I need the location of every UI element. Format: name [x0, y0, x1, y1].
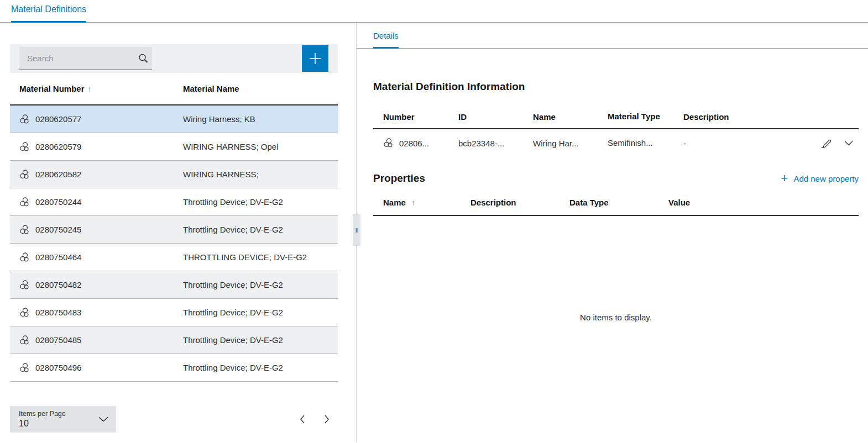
material-icon — [19, 307, 30, 318]
info-row-material-type: Semifinish... — [598, 137, 673, 150]
material-name: Wiring Harness; KB — [183, 114, 338, 124]
info-row-description: - — [673, 139, 808, 148]
material-name: Throttling Device; DV-E-G2 — [183, 335, 338, 345]
material-icon — [19, 224, 30, 235]
table-row[interactable]: 0280750485Throttling Device; DV-E-G2 — [10, 326, 338, 354]
panel-resize-handle[interactable]: ‖ — [353, 214, 360, 246]
main-split: Material Number ↑ Material Name 02806205… — [0, 23, 868, 442]
column-header-property-value: Value — [668, 198, 859, 207]
material-name: WIRING HARNESS; Opel — [183, 142, 338, 151]
materials-table-header: Material Number ↑ Material Name — [10, 73, 338, 106]
tab-details-label: Details — [373, 31, 399, 40]
add-material-button[interactable] — [302, 45, 328, 72]
details-tab-bar: Details — [357, 23, 868, 49]
material-number: 0280620582 — [35, 170, 81, 179]
column-header-material-type: Material Type — [598, 110, 673, 123]
properties-empty-message: No items to display. — [373, 313, 859, 322]
table-row[interactable]: 0280750483Throttling Device; DV-E-G2 — [10, 299, 338, 326]
column-header-property-description: Description — [470, 198, 569, 207]
tab-details[interactable]: Details — [373, 23, 399, 49]
material-icon — [383, 138, 394, 149]
items-per-page-label: Items per Page — [19, 410, 66, 419]
table-row[interactable]: 0280750496Throttling Device; DV-E-G2 — [10, 354, 338, 382]
table-row[interactable]: 0280750245Throttling Device; DV-E-G2 — [10, 216, 338, 244]
material-icon — [19, 141, 30, 152]
material-number: 0280750485 — [35, 335, 81, 345]
column-header-name: Name — [523, 112, 598, 122]
materials-table: Material Number ↑ Material Name 02806205… — [10, 73, 338, 382]
column-header-id: ID — [448, 112, 523, 122]
material-name: Throttling Device; DV-E-G2 — [183, 225, 338, 234]
info-table-header: Number ID Name Material Type Description — [373, 105, 859, 129]
material-icon — [19, 335, 30, 346]
table-row[interactable]: 0280620577Wiring Harness; KB — [10, 106, 338, 133]
search-box[interactable] — [19, 47, 152, 70]
table-row[interactable]: 0280750244Throttling Device; DV-E-G2 — [10, 188, 338, 216]
column-header-property-data-type: Data Type — [569, 198, 668, 207]
add-new-property-label: Add new property — [793, 174, 859, 183]
info-row-number: 02806... — [399, 139, 429, 148]
list-toolbar — [10, 44, 338, 73]
material-number: 0280750244 — [35, 197, 81, 207]
next-page-button[interactable] — [322, 413, 331, 425]
material-number: 0280620579 — [35, 142, 81, 151]
edit-button[interactable] — [820, 138, 832, 149]
expand-row-chevron-icon[interactable] — [844, 140, 853, 146]
material-name: Throttling Device; DV-E-G2 — [183, 197, 338, 207]
properties-header: Properties + Add new property — [373, 172, 859, 184]
material-icon — [19, 252, 30, 263]
info-row-name: Wiring Har... — [523, 139, 598, 148]
info-row-id: bcb23348-... — [448, 139, 523, 148]
material-icon — [19, 362, 30, 373]
sort-ascending-icon: ↑ — [411, 198, 415, 207]
property-name-header-label: Name — [383, 198, 406, 207]
previous-page-button[interactable] — [298, 413, 307, 425]
material-icon — [19, 114, 30, 125]
material-name: WIRING HARNESS; — [183, 170, 338, 179]
material-icon — [19, 279, 30, 291]
details-content: Material Definition Information Number I… — [357, 81, 868, 322]
tab-material-definitions-label: Material Definitions — [11, 4, 86, 14]
table-row[interactable]: 0280620582WIRING HARNESS; — [10, 161, 338, 188]
add-new-property-button[interactable]: + Add new property — [781, 172, 859, 184]
tab-material-definitions[interactable]: Material Definitions — [11, 0, 86, 23]
column-header-material-number[interactable]: Material Number ↑ — [10, 84, 183, 93]
material-number: 0280750245 — [35, 225, 81, 234]
column-header-property-name[interactable]: Name ↑ — [373, 198, 470, 207]
table-row[interactable]: 0280750464THROTTLING DEVICE; DV-E-G2 — [10, 244, 338, 271]
paginator — [298, 413, 331, 425]
info-table-row[interactable]: 02806... bcb23348-... Wiring Har... Semi… — [373, 129, 859, 157]
material-number: 0280750496 — [35, 363, 81, 372]
material-name: THROTTLING DEVICE; DV-E-G2 — [183, 252, 338, 262]
details-panel: Details Material Definition Information … — [357, 23, 868, 442]
properties-section-title: Properties — [373, 172, 425, 184]
material-name: Throttling Device; DV-E-G2 — [183, 280, 338, 289]
material-number: 0280620577 — [35, 114, 81, 124]
material-name: Throttling Device; DV-E-G2 — [183, 308, 338, 317]
chevron-down-icon — [98, 416, 108, 422]
sort-ascending-icon: ↑ — [88, 85, 92, 93]
plus-icon: + — [781, 172, 788, 184]
column-header-description: Description — [673, 112, 808, 122]
material-name-header-label: Material Name — [183, 84, 239, 93]
table-row[interactable]: 0280620579WIRING HARNESS; Opel — [10, 133, 338, 161]
materials-list-panel: Material Number ↑ Material Name 02806205… — [0, 23, 357, 442]
list-footer: Items per Page 10 — [10, 406, 338, 433]
search-input[interactable] — [27, 54, 137, 63]
active-tab-underline — [373, 47, 399, 49]
material-number-header-label: Material Number — [19, 84, 85, 93]
table-row[interactable]: 0280750482Throttling Device; DV-E-G2 — [10, 271, 338, 299]
material-number: 0280750464 — [35, 252, 81, 262]
column-header-number: Number — [373, 112, 448, 122]
items-per-page-value: 10 — [19, 418, 66, 429]
material-name: Throttling Device; DV-E-G2 — [183, 363, 338, 372]
materials-table-body: 0280620577Wiring Harness; KB0280620579WI… — [10, 106, 338, 382]
material-number: 0280750483 — [35, 308, 81, 317]
material-number: 0280750482 — [35, 280, 81, 289]
app-tab-bar: Material Definitions — [0, 0, 868, 23]
material-icon — [19, 169, 30, 180]
material-icon — [19, 197, 30, 208]
column-header-material-name[interactable]: Material Name — [183, 84, 338, 93]
items-per-page-select[interactable]: Items per Page 10 — [10, 406, 116, 433]
search-icon[interactable] — [137, 52, 149, 65]
